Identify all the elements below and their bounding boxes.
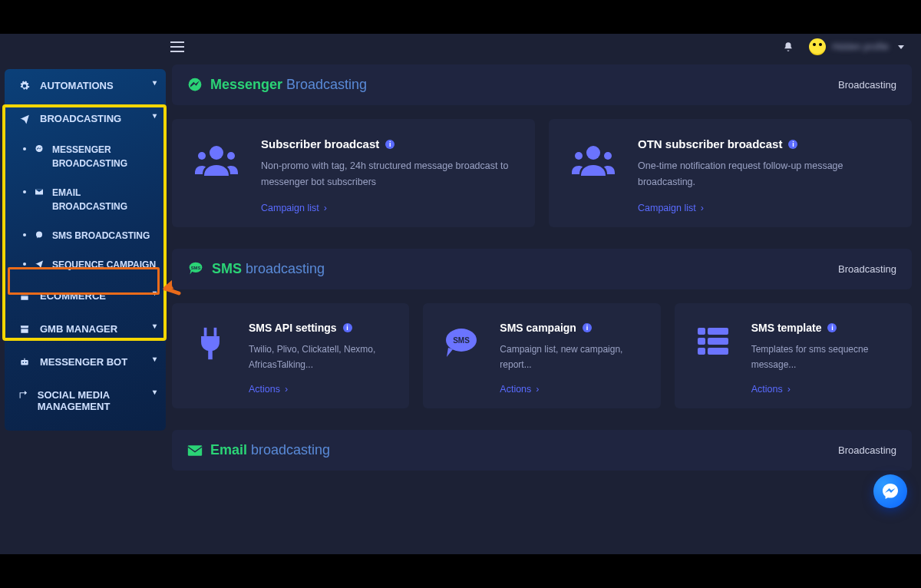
store-icon: [18, 324, 31, 335]
info-icon[interactable]: i: [827, 323, 837, 332]
actions-link[interactable]: Actions›: [500, 384, 539, 395]
sidebar: AUTOMATIONS ▾ BROADCASTING ▾ MESSENGER B…: [5, 69, 166, 431]
messenger-icon: [34, 144, 45, 154]
info-icon[interactable]: i: [788, 140, 797, 149]
card-title: OTN subscriber broadcast: [638, 137, 782, 150]
card-sms-campaign[interactable]: SMS SMS campaigni Campaign list, new cam…: [423, 303, 660, 409]
actions-link[interactable]: Actions›: [249, 384, 288, 395]
svg-rect-25: [708, 348, 728, 355]
messenger-fab[interactable]: [873, 474, 907, 508]
store-icon: [18, 291, 31, 302]
info-icon[interactable]: i: [343, 323, 352, 332]
campaign-list-link[interactable]: Campaign list›: [261, 203, 327, 213]
avatar-icon: [809, 38, 826, 55]
section-messenger-broadcasting: Messenger Broadcasting Broadcasting: [172, 64, 912, 105]
section-title-b: Broadcasting: [286, 77, 367, 92]
info-icon[interactable]: i: [583, 323, 592, 332]
card-title: SMS API settings: [249, 322, 337, 334]
section-title-a: Email: [210, 442, 247, 458]
card-otn-subscriber-broadcast[interactable]: OTN subscriber broadcasti One-time notif…: [549, 119, 912, 227]
card-desc: Twilio, Plivo, Clickatell, Nexmo, Africa…: [249, 342, 392, 373]
chevron-right-icon: ›: [701, 203, 704, 213]
card-sms-api-settings[interactable]: SMS API settingsi Twilio, Plivo, Clickat…: [172, 303, 409, 409]
svg-rect-5: [24, 358, 25, 359]
bullet-icon: [23, 233, 26, 236]
sidebar-label: SOCIAL MEDIA MANAGEMENT: [38, 389, 155, 412]
section-title-a: SMS: [212, 261, 242, 276]
chevron-down-icon: ▾: [153, 289, 157, 297]
user-name: Hidden profile: [832, 41, 889, 52]
svg-rect-17: [208, 349, 213, 359]
menu-toggle-icon[interactable]: [170, 41, 184, 52]
cogs-icon: [18, 81, 31, 91]
messenger-icon: [187, 78, 203, 93]
sidebar-item-ecommerce[interactable]: ECOMMERCE ▾: [5, 279, 166, 312]
svg-rect-24: [698, 348, 705, 355]
svg-point-9: [227, 152, 235, 160]
sms-icon: SMS: [187, 261, 204, 276]
chevron-down-icon: ▾: [153, 78, 157, 87]
sidebar-label: BROADCASTING: [40, 113, 121, 124]
envelope-icon: [34, 187, 45, 197]
section-title-b: broadcasting: [251, 442, 330, 458]
chevron-down-icon: ▾: [153, 355, 157, 363]
sidebar-label: ECOMMERCE: [40, 290, 106, 302]
sidebar-sub-email-broadcasting[interactable]: EMAIL BROADCASTING: [5, 178, 166, 221]
sidebar-label: AUTOMATIONS: [40, 80, 114, 91]
svg-text:SMS: SMS: [453, 336, 470, 345]
svg-point-7: [210, 146, 223, 160]
breadcrumb: Broadcasting: [838, 79, 896, 91]
sms-bubble-icon: SMS: [442, 326, 480, 360]
info-icon[interactable]: i: [385, 140, 394, 149]
section-sms-broadcasting: SMS SMS broadcasting Broadcasting: [172, 249, 912, 289]
robot-icon: [18, 357, 31, 368]
section-title-a: Messenger: [210, 77, 282, 92]
sidebar-item-broadcasting[interactable]: BROADCASTING ▾: [5, 102, 166, 135]
svg-point-12: [604, 152, 612, 160]
svg-point-8: [198, 152, 206, 160]
user-menu[interactable]: Hidden profile: [809, 38, 904, 55]
sidebar-sub-label: SEQUENCE CAMPAIGN: [52, 258, 156, 272]
svg-rect-20: [698, 328, 705, 335]
card-subscriber-broadcast[interactable]: Subscriber broadcasti Non-promo with tag…: [172, 119, 535, 227]
envelope-icon: [187, 444, 203, 457]
sidebar-item-automations[interactable]: AUTOMATIONS ▾: [5, 69, 166, 102]
svg-rect-21: [708, 328, 728, 335]
section-title-b: broadcasting: [246, 261, 325, 276]
svg-rect-26: [188, 445, 202, 455]
card-desc: One-time notification request follow-up …: [638, 158, 895, 191]
breadcrumb: Broadcasting: [838, 263, 896, 275]
svg-point-6: [189, 78, 202, 91]
section-email-broadcasting: Email broadcasting Broadcasting: [172, 430, 912, 471]
card-sms-template[interactable]: SMS templatei Templates for sms sequecne…: [675, 303, 912, 409]
users-icon: [193, 142, 239, 177]
chevron-down-icon: ▾: [153, 111, 157, 120]
actions-link[interactable]: Actions›: [751, 384, 791, 395]
sidebar-sub-messenger-broadcasting[interactable]: MESSENGER BROADCASTING: [5, 135, 166, 178]
sidebar-sub-label: MESSENGER BROADCASTING: [52, 143, 157, 170]
campaign-list-link[interactable]: Campaign list›: [638, 203, 704, 213]
sidebar-sub-sms-broadcasting[interactable]: SMS BROADCASTING: [5, 221, 166, 250]
card-title: SMS template: [751, 322, 822, 334]
sidebar-sub-label: EMAIL BROADCASTING: [52, 186, 157, 213]
bell-icon[interactable]: [783, 41, 794, 53]
bullet-icon: [23, 147, 26, 150]
breadcrumb: Broadcasting: [838, 444, 896, 456]
card-desc: Non-promo with tag, 24h structured messa…: [261, 158, 518, 191]
chevron-right-icon: ›: [324, 203, 327, 213]
svg-rect-2: [21, 360, 28, 365]
sidebar-item-social-media[interactable]: SOCIAL MEDIA MANAGEMENT ▾: [5, 378, 166, 423]
chevron-down-icon: ▾: [153, 322, 157, 330]
sidebar-sub-sequence-campaign[interactable]: SEQUENCE CAMPAIGN: [5, 250, 166, 279]
plug-icon: [194, 326, 226, 362]
svg-point-4: [25, 362, 27, 363]
svg-point-10: [586, 146, 600, 160]
sidebar-item-gmb-manager[interactable]: GMB MANAGER ▾: [5, 312, 166, 345]
sidebar-item-messenger-bot[interactable]: MESSENGER BOT ▾: [5, 345, 166, 378]
card-title: Subscriber broadcast: [261, 137, 379, 150]
share-icon: [18, 391, 28, 401]
chevron-right-icon: ›: [787, 384, 791, 395]
users-icon: [570, 142, 616, 177]
svg-rect-15: [204, 327, 207, 335]
list-icon: [696, 326, 730, 357]
